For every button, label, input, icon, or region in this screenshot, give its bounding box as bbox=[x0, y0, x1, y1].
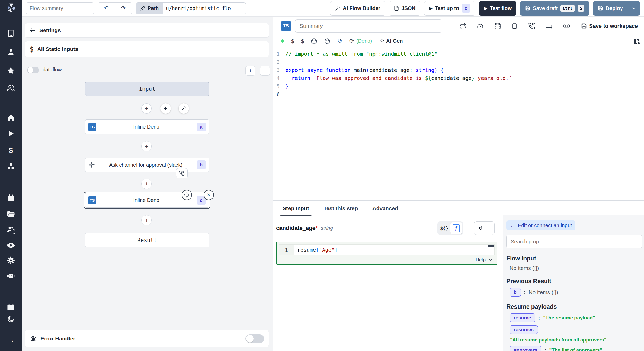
move-node-button[interactable] bbox=[182, 190, 192, 200]
flow-node-b[interactable]: Ask channel for approval (slack) b bbox=[85, 158, 209, 172]
top-toolbar: ↶ ↷ Path AI Flow Builder JSON ▶ bbox=[22, 0, 644, 17]
folders-icon[interactable] bbox=[0, 210, 22, 218]
dark-mode-moon-icon[interactable] bbox=[0, 315, 22, 323]
assets-dollar-icon[interactable]: $ bbox=[291, 38, 294, 44]
ai-robot-icon[interactable] bbox=[0, 271, 22, 280]
dataflow-toggle[interactable] bbox=[27, 67, 39, 73]
resources-boxes-icon[interactable] bbox=[0, 162, 22, 170]
runs-play-icon[interactable] bbox=[0, 130, 22, 138]
variables-dollar-icon[interactable]: $ bbox=[0, 146, 22, 155]
zoom-in-button[interactable]: + bbox=[245, 66, 255, 76]
user-icon[interactable] bbox=[0, 48, 22, 56]
test-up-to-label: Test up to bbox=[435, 5, 459, 11]
help-link[interactable]: Help bbox=[476, 257, 486, 263]
test-flow-button[interactable]: ▶ Test flow bbox=[479, 1, 516, 16]
flow-node-input[interactable]: Input bbox=[85, 82, 209, 96]
flow-node-result[interactable]: Result bbox=[85, 233, 209, 247]
flow-settings-button[interactable]: Settings bbox=[25, 23, 269, 38]
connect-mode-button[interactable]: f bbox=[450, 222, 462, 234]
windmill-logo-icon[interactable] bbox=[0, 2, 22, 14]
flow-settings-label: Settings bbox=[39, 27, 61, 33]
favorites-star-icon[interactable] bbox=[0, 66, 22, 75]
error-handler-toggle[interactable] bbox=[245, 334, 264, 343]
docs-book-icon[interactable] bbox=[0, 303, 22, 312]
sleep-bed-icon[interactable] bbox=[545, 23, 552, 30]
redo-button[interactable]: ↷ bbox=[115, 3, 132, 14]
zoom-out-button[interactable]: − bbox=[260, 66, 270, 76]
package-cube-icon[interactable] bbox=[311, 38, 317, 44]
settings-gear-icon[interactable] bbox=[0, 256, 22, 265]
dataflow-label: dataflow bbox=[43, 67, 62, 73]
trigger-bolt-button[interactable] bbox=[160, 103, 171, 114]
path-input[interactable] bbox=[163, 3, 246, 14]
save-draft-button[interactable]: Save draft Ctrl S bbox=[520, 1, 589, 16]
prop-pill-b[interactable]: b bbox=[510, 288, 521, 297]
deploy-button[interactable]: Deploy bbox=[593, 1, 640, 16]
retry-repeat-icon[interactable] bbox=[460, 23, 467, 30]
error-handler-card[interactable]: Error Handler bbox=[25, 330, 269, 347]
chevron-down-icon[interactable] bbox=[488, 258, 493, 262]
code-line[interactable]: 2 bbox=[273, 58, 644, 66]
expr-code[interactable]: resume["Age"] bbox=[294, 247, 338, 253]
package-cube-icon[interactable] bbox=[324, 38, 330, 44]
home-icon[interactable] bbox=[0, 114, 22, 122]
delete-node-button[interactable]: × bbox=[204, 190, 214, 200]
code-editor[interactable]: 1// import * as wmill from "npm:windmill… bbox=[273, 47, 644, 200]
chevron-down-icon[interactable] bbox=[631, 6, 637, 11]
ai-flow-builder-button[interactable]: AI Flow Builder bbox=[330, 1, 385, 16]
cache-database-icon[interactable] bbox=[494, 23, 501, 30]
test-up-to-button[interactable]: ▶ Test up to c bbox=[424, 1, 475, 16]
tab-step-input[interactable]: Step Input bbox=[283, 205, 309, 215]
insert-step-button[interactable]: + bbox=[141, 103, 152, 114]
step-summary-input[interactable] bbox=[295, 19, 442, 33]
code-line[interactable]: 6 bbox=[273, 90, 644, 99]
library-icon[interactable] bbox=[634, 38, 640, 44]
search-prop-input[interactable] bbox=[506, 235, 642, 248]
tab-test-this-step[interactable]: Test this step bbox=[324, 205, 358, 215]
expression-editor[interactable]: 1 resume["Age"] Help bbox=[276, 242, 497, 265]
insert-step-button[interactable]: + bbox=[141, 179, 152, 189]
prop-pill-resume[interactable]: resume bbox=[510, 313, 535, 322]
code-line[interactable]: 4 return `Flow was approved and candidat… bbox=[273, 74, 644, 82]
groups-icon[interactable] bbox=[0, 84, 22, 92]
workers-users-gear-icon[interactable] bbox=[0, 225, 22, 234]
insert-step-button[interactable]: + bbox=[141, 141, 152, 151]
workspace-icon[interactable] bbox=[0, 29, 22, 37]
json-file-icon bbox=[394, 6, 399, 11]
collapse-arrow-right-icon[interactable]: → bbox=[0, 336, 22, 344]
save-draft-label: Save draft bbox=[533, 5, 558, 11]
prop-pill-approvers[interactable]: approvers bbox=[510, 346, 541, 351]
ai-wand-button[interactable] bbox=[179, 103, 189, 114]
json-button[interactable]: JSON bbox=[389, 1, 420, 16]
schedules-calendar-icon[interactable] bbox=[0, 194, 22, 202]
all-static-inputs-button[interactable]: $ All Static Inputs bbox=[25, 41, 269, 57]
path-button[interactable]: Path bbox=[136, 3, 163, 14]
code-line[interactable]: 1// import * as wmill from "npm:windmill… bbox=[273, 50, 644, 58]
prop-pill-resumes[interactable]: resumes bbox=[510, 325, 538, 334]
reset-refresh-icon[interactable]: ⟳ bbox=[349, 38, 354, 45]
save-to-workspace-button[interactable]: Save to workspace bbox=[581, 23, 638, 29]
tab-advanced[interactable]: Advanced bbox=[372, 205, 398, 215]
step-toolbar-icons bbox=[460, 22, 570, 30]
connect-input-button[interactable]: → bbox=[474, 221, 495, 235]
flow-summary-input[interactable] bbox=[26, 2, 94, 14]
code-line[interactable]: 3export async function main(candidate_ag… bbox=[273, 66, 644, 74]
code-line[interactable]: 5} bbox=[273, 82, 644, 90]
flow-node-a[interactable]: TS Inline Deno a bbox=[85, 119, 209, 134]
concurrency-voicemail-icon[interactable] bbox=[563, 22, 570, 30]
audit-eye-icon[interactable] bbox=[0, 241, 22, 250]
undo-button[interactable]: ↶ bbox=[98, 3, 115, 14]
code-editor-section: TS Save to wor bbox=[273, 17, 644, 200]
edit-or-connect-button[interactable]: ← Edit or connect an input bbox=[506, 220, 575, 230]
json-label: JSON bbox=[402, 5, 416, 11]
suspend-phone-incoming-icon[interactable] bbox=[528, 23, 535, 30]
node-label: Ask channel for approval (slack) bbox=[95, 162, 197, 168]
timeout-gauge-icon[interactable] bbox=[477, 23, 484, 30]
mock-square-icon[interactable] bbox=[511, 23, 518, 29]
editor-scrollbar-thumb[interactable] bbox=[488, 245, 494, 247]
ai-gen-button[interactable]: AI Gen bbox=[379, 38, 403, 44]
insert-step-button[interactable]: + bbox=[141, 215, 152, 225]
variables-dollar-icon[interactable]: $ bbox=[301, 38, 304, 44]
expr-mode-button[interactable]: ${} bbox=[438, 226, 450, 231]
history-icon[interactable]: ↺ bbox=[337, 38, 342, 45]
